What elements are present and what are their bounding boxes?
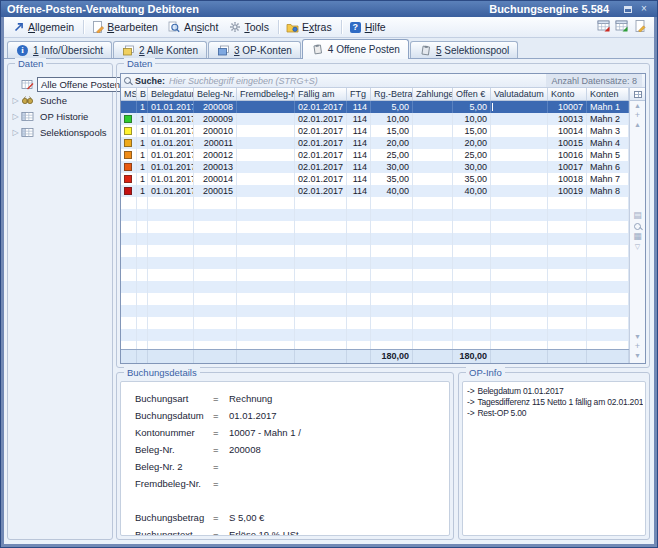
cell-konten: Mahn 4 bbox=[587, 137, 629, 149]
search-input[interactable] bbox=[169, 76, 542, 86]
table-row[interactable]: 101.01.201720000802.01.20171145,005,0010… bbox=[121, 101, 629, 113]
cell-faellig_am: 02.01.2017 bbox=[295, 161, 347, 173]
sidebar-item-suche[interactable]: ▷Suche bbox=[10, 92, 110, 108]
table-row[interactable]: 101.01.201720000902.01.201711410,0010,00… bbox=[121, 113, 629, 125]
column-header-zahlungen[interactable]: Zahlungen € bbox=[413, 88, 453, 100]
cell-valutadatum bbox=[491, 125, 548, 137]
cell-fremdbeleg_nr bbox=[237, 101, 295, 113]
empty-row bbox=[121, 293, 629, 305]
nav-marker2-icon[interactable]: + bbox=[635, 342, 640, 351]
table-import-button[interactable] bbox=[615, 18, 628, 36]
column-header-valutadatum[interactable]: Valutadatum bbox=[491, 88, 548, 100]
menu-item-tools[interactable]: Tools bbox=[224, 19, 275, 35]
total-konto bbox=[548, 350, 587, 363]
nav-marker-icon[interactable]: + bbox=[635, 111, 640, 120]
scroll-bottom-icon[interactable]: ▼ bbox=[634, 351, 641, 361]
sidebar-item-op-historie[interactable]: ▷OP Historie bbox=[10, 108, 110, 124]
tab-3-op-konten[interactable]: 3 OP-Konten bbox=[208, 41, 301, 58]
app-window: Offene-Posten-Verwaltung Debitoren Buchu… bbox=[0, 0, 658, 548]
cell-beleg_nr: 200015 bbox=[194, 185, 237, 197]
column-header-offen[interactable]: Offen € bbox=[453, 88, 491, 100]
table-row[interactable]: 101.01.201720001502.01.201711440,0040,00… bbox=[121, 185, 629, 197]
filter-icon[interactable]: ▽ bbox=[635, 242, 640, 252]
cell-beleg_nr: 200012 bbox=[194, 149, 237, 161]
cell-faellig_am: 02.01.2017 bbox=[295, 101, 347, 113]
tab-5-selektionspool[interactable]: 5 Selektionspool bbox=[410, 41, 518, 58]
menu-item-extras[interactable]: Extras bbox=[282, 19, 338, 35]
cell-rg_betrag: 30,00 bbox=[371, 161, 413, 173]
column-chooser-button[interactable] bbox=[630, 88, 645, 101]
column-header-fremdbeleg_nr[interactable]: Fremdbeleg-Nr. bbox=[237, 88, 295, 100]
pool-table-icon bbox=[21, 126, 34, 138]
info-icon: i bbox=[16, 44, 29, 56]
cell-b: 1 bbox=[137, 137, 148, 149]
menu-separator bbox=[83, 20, 84, 34]
table-row[interactable]: 101.01.201720001302.01.201711430,0030,00… bbox=[121, 161, 629, 173]
cell-konten: Mahn 2 bbox=[587, 113, 629, 125]
menu-item-ansicht[interactable]: Ansicht bbox=[164, 19, 224, 35]
details-row-beleg-nr: Beleg-Nr.=200008 bbox=[135, 443, 445, 455]
menu-item-label: Extras bbox=[302, 21, 332, 33]
history-table-icon bbox=[21, 110, 34, 122]
arrow-ne-icon bbox=[12, 21, 25, 33]
export-icon[interactable]: ▦ bbox=[633, 232, 642, 242]
menu-item-bearbeiten[interactable]: Bearbeiten bbox=[87, 19, 164, 35]
status-color-icon bbox=[124, 163, 132, 171]
cell-konten: Mahn 1 bbox=[587, 101, 629, 113]
cell-fremdbeleg_nr bbox=[237, 113, 295, 125]
close-button[interactable]: × bbox=[637, 3, 651, 15]
table-row[interactable]: 101.01.201720001402.01.201711435,0035,00… bbox=[121, 173, 629, 185]
cell-fremdbeleg_nr bbox=[237, 185, 295, 197]
tab-2-alle-konten[interactable]: 2 Alle Konten bbox=[113, 41, 207, 58]
document-edit-button[interactable] bbox=[633, 18, 646, 36]
sidebar-group: Daten Alle Offene Posten▷Suche▷OP Histor… bbox=[7, 63, 113, 540]
column-header-faellig_am[interactable]: Fällig am bbox=[295, 88, 347, 100]
cell-ms bbox=[121, 137, 137, 149]
cell-fremdbeleg_nr bbox=[237, 161, 295, 173]
column-header-b[interactable]: B bbox=[137, 88, 148, 100]
empty-row bbox=[121, 329, 629, 341]
document-edit-icon bbox=[633, 20, 646, 32]
column-header-rg_betrag[interactable]: Rg.-Betrag € bbox=[371, 88, 413, 100]
window-body: AllgemeinBearbeitenAnsichtToolsExtras?Hi… bbox=[1, 17, 657, 547]
table-row[interactable]: 101.01.201720001002.01.201711415,0015,00… bbox=[121, 125, 629, 137]
cards-blue-icon bbox=[217, 44, 230, 56]
table-row[interactable]: 101.01.201720001102.01.201711420,0020,00… bbox=[121, 137, 629, 149]
details-label: Buchungsart bbox=[135, 393, 213, 404]
table-row[interactable]: 101.01.201720001202.01.201711425,0025,00… bbox=[121, 149, 629, 161]
menu-item-hilfe[interactable]: ?Hilfe bbox=[345, 19, 392, 35]
column-header-ms[interactable]: MS bbox=[121, 88, 137, 100]
sidebar-item-selektionspools[interactable]: ▷Selektionspools bbox=[10, 124, 110, 140]
zoom-icon[interactable] bbox=[634, 223, 641, 230]
column-header-konten[interactable]: Konten bbox=[587, 88, 629, 100]
cell-konten: Mahn 5 bbox=[587, 149, 629, 161]
tab-4-offene-posten[interactable]: 4 Offene Posten bbox=[302, 39, 409, 59]
sidebar-item-label: Suche bbox=[37, 94, 70, 107]
cell-konten: Mahn 3 bbox=[587, 125, 629, 137]
search-tree-icon bbox=[21, 94, 34, 106]
column-header-konto[interactable]: Konto bbox=[548, 88, 587, 100]
cell-b: 1 bbox=[137, 113, 148, 125]
menu-item-allgemein[interactable]: Allgemein bbox=[8, 19, 80, 35]
scroll-up-icon[interactable]: ▲ bbox=[634, 120, 641, 130]
cell-ftg: 114 bbox=[347, 113, 371, 125]
column-header-ftg[interactable]: FTg bbox=[347, 88, 371, 100]
details-row-beleg-nr-2: Beleg-Nr. 2= bbox=[135, 460, 445, 472]
tab-1-info-übersicht[interactable]: i1 Info/Übersicht bbox=[7, 41, 112, 58]
column-header-beleg_nr[interactable]: Beleg-Nr. bbox=[194, 88, 237, 100]
cell-ms bbox=[121, 101, 137, 113]
empty-row bbox=[121, 257, 629, 269]
op-info-text: Tagesdifferenz 115 Netto 1 fällig am 02.… bbox=[477, 397, 643, 407]
restore-button[interactable] bbox=[621, 3, 635, 15]
table-export-button[interactable] bbox=[597, 18, 610, 36]
cell-valutadatum bbox=[491, 185, 548, 197]
cell-faellig_am: 02.01.2017 bbox=[295, 185, 347, 197]
open-items-icon bbox=[21, 78, 34, 90]
empty-row bbox=[121, 317, 629, 329]
view-list-icon[interactable]: ▤ bbox=[633, 211, 642, 221]
sidebar-item-label: Selektionspools bbox=[37, 126, 110, 139]
details-label: Beleg-Nr. 2 bbox=[135, 461, 213, 472]
total-ms bbox=[121, 350, 137, 363]
sidebar-item-alle-offene-posten[interactable]: Alle Offene Posten bbox=[10, 76, 110, 92]
column-header-belegdatum[interactable]: Belegdatum bbox=[148, 88, 194, 100]
